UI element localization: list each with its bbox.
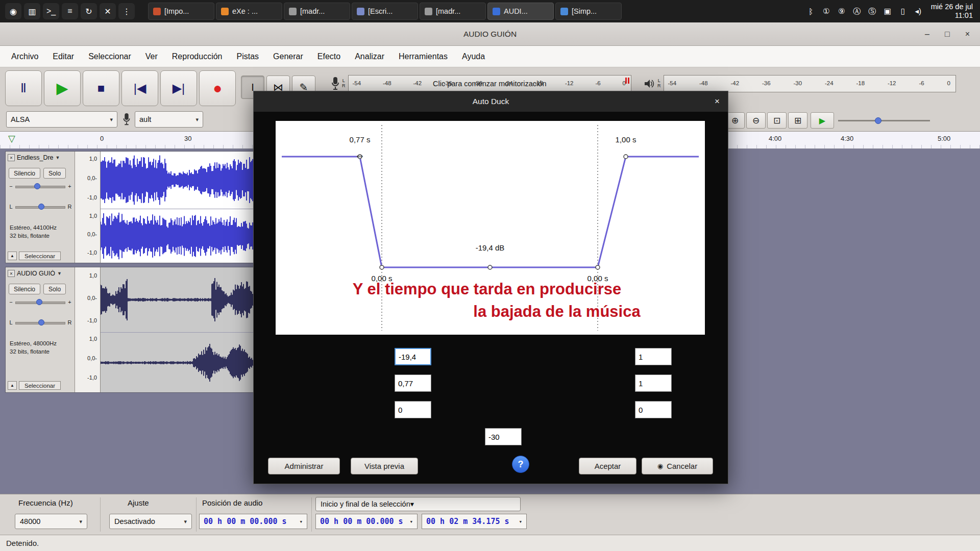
recording-meter[interactable]: LR -54-48-42-36-30-24-18-12-60 Clic para… (331, 74, 631, 93)
zoom-out-button[interactable]: ⊖ (746, 112, 766, 129)
menu-pistas[interactable]: Pistas (230, 46, 266, 67)
taskbar-window-button[interactable]: [Impo... (148, 3, 214, 20)
collapse-icon[interactable]: ▲ (8, 252, 17, 260)
selection-start-field[interactable]: 00 h 00 m 00.000 s ▾ (315, 514, 418, 529)
tray-icon[interactable]: ◂) (914, 7, 923, 16)
pan-slider[interactable]: L R (9, 318, 72, 327)
collapse-icon[interactable]: ▲ (8, 381, 17, 390)
cancel-button[interactable]: ◉ Cancelar (642, 458, 713, 474)
duck-curve-panel[interactable]: 0,77 s 1,00 s -19,4 dB 0,00 s 0,00 s ⇔ Y… (276, 121, 705, 335)
taskbar-window-button[interactable]: [madr... (284, 3, 350, 20)
duck-amount-field[interactable]: -19,4 (395, 348, 431, 365)
tray-icon[interactable]: ᛒ (806, 7, 816, 16)
play-at-speed-button[interactable]: ▶ (811, 112, 834, 129)
track-close-icon[interactable]: × (8, 154, 15, 161)
help-button[interactable]: ? (512, 456, 529, 473)
skip-start-button[interactable]: |◀ (121, 70, 158, 106)
mute-button[interactable]: Silencio (9, 284, 40, 294)
gain-slider[interactable]: − + (9, 182, 72, 190)
tray-icon[interactable]: ▣ (883, 7, 892, 16)
gain-slider-thumb[interactable] (34, 183, 40, 189)
track1-name[interactable]: Endless_Dre (17, 154, 54, 161)
track-menu-icon[interactable]: ▼ (57, 271, 62, 276)
zoom-fit-button[interactable]: ⊞ (788, 112, 807, 129)
menu-generar[interactable]: Generar (266, 46, 310, 67)
app-launcher-icon[interactable]: ≡ (62, 3, 78, 19)
gain-slider-track[interactable] (15, 183, 65, 190)
ok-button[interactable]: Aceptar (579, 458, 636, 474)
track-select-button[interactable]: Seleccionar (19, 381, 61, 390)
play-button[interactable]: ▶ (44, 70, 81, 106)
stop-button[interactable]: ■ (83, 70, 119, 106)
outer-fade-up-field[interactable]: 1 (635, 348, 672, 365)
pan-slider-thumb[interactable] (38, 319, 44, 325)
inner-fade-up-field[interactable]: 1 (635, 374, 672, 392)
pause-button[interactable]: Ⅱ (5, 70, 42, 106)
menu-ayuda[interactable]: Ayuda (455, 46, 492, 67)
track-select-button[interactable]: Seleccionar (19, 252, 61, 260)
audio-position-field[interactable]: 00 h 00 m 00.000 s ▾ (199, 514, 307, 529)
audio-host-select[interactable]: ALSA ▾ (6, 111, 117, 128)
gain-slider-thumb[interactable] (36, 299, 42, 305)
track-menu-icon[interactable]: ▼ (56, 155, 60, 160)
selection-range-mode-select[interactable]: Inicio y final de la selección ▾ (315, 497, 521, 511)
gain-slider[interactable]: − + (9, 298, 72, 306)
record-button[interactable]: ● (199, 70, 236, 106)
snap-select[interactable]: Desactivado ▾ (109, 514, 192, 529)
threshold-field[interactable]: -30 (485, 428, 522, 445)
control-point-duck-start[interactable] (380, 265, 384, 269)
skip-end-button[interactable]: ▶| (160, 70, 197, 106)
preview-button[interactable]: Vista previa (351, 458, 418, 474)
control-point-duck-level[interactable] (488, 265, 492, 269)
maximum-pause-field[interactable]: 0 (635, 401, 672, 418)
app-launcher-icon[interactable]: ↻ (81, 3, 97, 19)
menu-ver[interactable]: Ver (138, 46, 165, 67)
control-point-duck-end[interactable] (596, 265, 600, 269)
minimize-icon[interactable]: – (925, 30, 929, 39)
recording-device-select[interactable]: ault ▾ (135, 111, 203, 128)
inner-fade-down-field[interactable]: 0 (395, 401, 431, 418)
solo-button[interactable]: Solo (43, 168, 66, 179)
dialog-close-icon[interactable]: × (715, 91, 720, 112)
tray-icon[interactable]: ① (822, 7, 831, 16)
menu-efecto[interactable]: Efecto (310, 46, 348, 67)
close-icon[interactable]: × (965, 30, 970, 39)
recording-meter-bar[interactable]: -54-48-42-36-30-24-18-12-60 Clic para co… (348, 75, 632, 92)
app-launcher-icon[interactable]: ▥ (24, 3, 40, 19)
frequency-select[interactable]: 48000 ▾ (15, 514, 87, 529)
tray-icon[interactable]: ⑨ (837, 7, 846, 16)
menu-reproduccion[interactable]: Reproducción (165, 46, 230, 67)
taskbar-window-button[interactable]: [Simp... (555, 3, 622, 20)
pan-slider[interactable]: L R (9, 203, 72, 211)
taskbar-window-button[interactable]: [Escri... (352, 3, 418, 20)
pan-slider-track[interactable] (15, 319, 65, 326)
zoom-selection-button[interactable]: ⊡ (767, 112, 787, 129)
playback-meter[interactable]: LR -54-48-42-36-30-24-18-12-60 (644, 74, 956, 93)
tray-icon[interactable]: ▯ (898, 7, 908, 16)
track-close-icon[interactable]: × (8, 270, 15, 277)
menu-editar[interactable]: Editar (45, 46, 81, 67)
playback-meter-bar[interactable]: -54-48-42-36-30-24-18-12-60 (664, 75, 957, 92)
solo-button[interactable]: Solo (43, 284, 66, 294)
app-launcher-icon[interactable]: >_ (43, 3, 59, 19)
taskbar-window-button[interactable]: AUDI... (487, 3, 554, 20)
speed-slider[interactable] (838, 112, 930, 129)
track2-name[interactable]: AUDIO GUIÓ (17, 270, 55, 277)
tray-icon[interactable]: Ⓐ (852, 7, 862, 16)
menu-archivo[interactable]: Archivo (4, 46, 45, 67)
quickplay-triangle-icon[interactable]: ▽ (8, 133, 15, 144)
menu-herramientas[interactable]: Herramientas (391, 46, 455, 67)
taskbar-window-button[interactable]: [madr... (420, 3, 486, 20)
selection-end-field[interactable]: 00 h 02 m 34.175 s ▾ (422, 514, 527, 529)
gain-slider-track[interactable] (15, 298, 65, 306)
dialog-titlebar[interactable]: Auto Duck × (254, 91, 728, 112)
app-launcher-icon[interactable]: ⋮ (118, 3, 135, 19)
app-launcher-icon[interactable]: ◉ (5, 3, 21, 19)
maximize-icon[interactable]: □ (945, 30, 950, 39)
outer-fade-down-field[interactable]: 0,77 (395, 374, 431, 392)
clock[interactable]: mié 26 de jul 11:01 (931, 3, 975, 20)
app-launcher-icon[interactable]: ✕ (100, 3, 116, 19)
track1-vertical-ruler[interactable]: 1,0 0,0- -1,0 1,0 0,0- -1,0 (75, 152, 101, 263)
control-point-fade-up[interactable] (624, 155, 628, 159)
manage-button[interactable]: Administrar (268, 458, 340, 474)
